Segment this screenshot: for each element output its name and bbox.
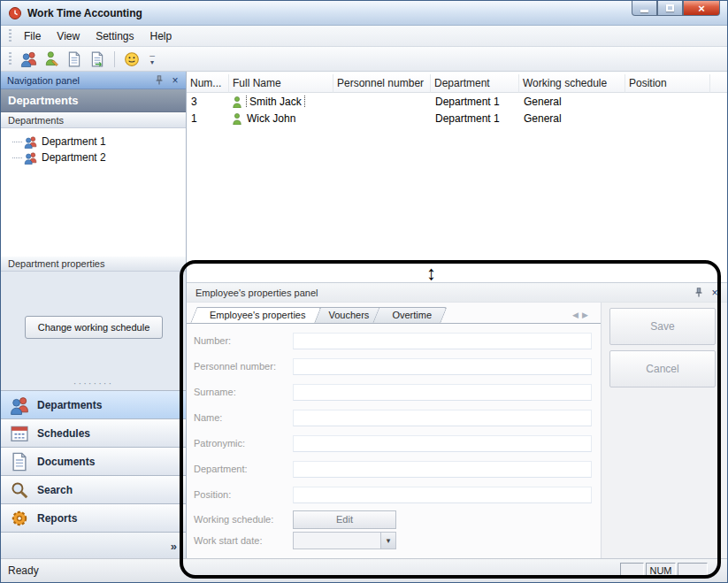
department-properties-label: Department properties [1,256,186,272]
tree-item-label: Department 2 [42,151,106,164]
minimize-button[interactable] [632,1,657,16]
name-field[interactable] [293,410,592,426]
departments-tree: Department 1 Department 2 [1,128,186,256]
panel-close-button[interactable]: × [169,74,181,87]
sidebar-middle-area: Change working schedule ········ [1,272,186,390]
tab-scroll-left-icon[interactable]: ◀ [572,311,582,319]
menu-grip [9,29,11,43]
table-row[interactable]: 1 Wick John Department 1 General [187,110,727,127]
table-header-row: Num... Full Name Personnel number Depart… [187,74,727,93]
position-field[interactable] [293,487,592,503]
document-icon [10,452,29,472]
cell-working-schedule: General [519,112,625,125]
column-header-personnel-number[interactable]: Personnel number [333,74,431,93]
sidebar-item-search[interactable]: Search [1,475,186,503]
maximize-icon [666,4,674,12]
sidebar-splitter-handle[interactable]: ········ [1,380,186,387]
tab-overtime[interactable]: Overtime [376,307,444,323]
help-toolbar-button[interactable] [121,49,142,70]
column-header-full-name[interactable]: Full Name [229,74,333,93]
form-row-name: Name: [194,409,592,426]
cell-number: 1 [187,112,229,125]
properties-tabs: Employee's properties Vouchers Overtime [194,307,439,323]
tree-item-department-1[interactable]: Department 1 [10,134,186,150]
maximize-button[interactable] [657,1,683,16]
form-row-number: Number: [194,332,592,349]
tab-scroll-arrows: ◀▶ [572,311,592,319]
position-label: Position: [194,489,293,500]
document-icon [66,51,82,67]
sidebar-item-documents[interactable]: Documents [1,447,186,475]
pin-button[interactable] [693,287,705,299]
close-icon: × [172,75,178,86]
employee-properties-panel: Employee's properties panel × Employee's… [187,282,727,560]
department-field[interactable] [293,461,592,478]
navigation-panel-title: Navigation panel [7,75,149,86]
window-title: Work Time Accounting [27,7,142,19]
column-header-filler [710,74,727,93]
documents-toolbar-button[interactable] [64,49,85,70]
save-button[interactable]: Save [609,308,716,345]
close-icon: × [698,2,705,15]
change-working-schedule-button[interactable]: Change working schedule [25,316,163,339]
column-header-department[interactable]: Department [431,74,519,93]
patronymic-field[interactable] [293,435,592,452]
edit-schedule-button[interactable]: Edit [293,510,396,529]
calendar-icon [10,424,29,443]
cell-department: Department 1 [431,96,519,108]
panel-buttons-column: Save Cancel [601,303,727,560]
department-icon [24,151,37,165]
column-header-working-schedule[interactable]: Working schedule [519,74,625,93]
cell-number: 3 [187,96,229,108]
table-row[interactable]: 3 Smith Jack Department 1 General [187,93,727,110]
departments-icon [20,50,37,67]
cell-full-name: Wick John [229,112,333,125]
panel-close-button[interactable]: × [709,287,721,299]
work-start-date-select[interactable]: ▾ [293,532,396,549]
toolbar-overflow-button[interactable]: ─ ▾ [144,49,160,70]
department-icon [24,135,37,149]
personnel-number-field[interactable] [293,358,592,375]
cancel-button[interactable]: Cancel [609,350,716,387]
nav-button-label: Documents [37,456,95,468]
form-row-patronymic: Patronymic: [194,434,592,452]
surname-label: Surname: [194,387,293,397]
surname-field[interactable] [293,384,592,401]
pin-button[interactable] [153,74,165,87]
status-bar: Ready NUM [1,558,727,582]
properties-panel-header: Employee's properties panel × [187,283,727,303]
menu-help[interactable]: Help [142,27,180,45]
tab-vouchers[interactable]: Vouchers [313,307,382,323]
export-toolbar-button[interactable] [87,49,108,70]
menu-settings[interactable]: Settings [88,27,142,45]
edit-employee-toolbar-button[interactable] [41,49,62,70]
number-field[interactable] [293,333,592,349]
nav-button-label: Reports [37,512,77,525]
navigation-panel: Navigation panel × Departments Departmen… [1,72,187,560]
navigation-panel-header: Navigation panel × [1,72,186,89]
sidebar-item-schedules[interactable]: Schedules [1,418,186,447]
search-icon [10,480,29,500]
column-header-position[interactable]: Position [625,74,710,93]
close-button[interactable]: × [683,1,720,16]
form-row-personnel-number: Personnel number: [194,357,592,375]
configure-buttons-chevron[interactable]: » [171,540,177,553]
personnel-number-label: Personnel number: [194,361,293,372]
menu-file[interactable]: File [16,27,49,45]
nav-button-label: Departments [37,399,102,411]
toolbar: ─ ▾ [1,47,727,72]
sidebar-item-departments[interactable]: Departments [1,390,186,418]
nav-buttons-footer: » [1,532,186,560]
departments-toolbar-button[interactable] [18,49,39,70]
minimize-icon [640,10,648,12]
tab-employees-properties[interactable]: Employee's properties [194,307,318,323]
tab-scroll-right-icon[interactable]: ▶ [582,311,592,319]
column-header-number[interactable]: Num... [187,74,229,93]
tree-item-department-2[interactable]: Department 2 [10,150,186,165]
form-row-position: Position: [194,486,592,503]
chevron-down-icon: ▾ [150,59,154,65]
menu-view[interactable]: View [49,27,88,45]
sidebar-caption: Departments [1,89,186,112]
cell-working-schedule: General [519,96,625,108]
sidebar-item-reports[interactable]: Reports [1,503,186,532]
